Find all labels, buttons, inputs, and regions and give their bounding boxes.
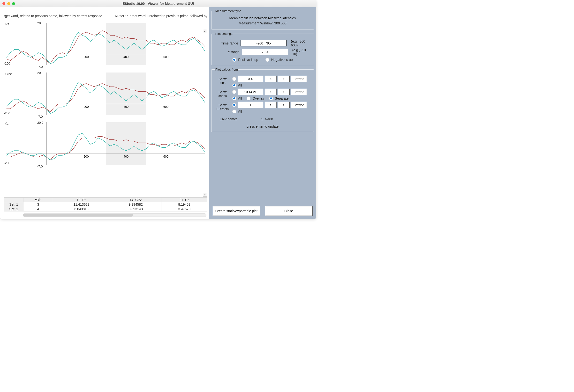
plot-values-group: Plot values from Show bins < > Browse (211, 68, 314, 132)
svg-text:600: 600 (163, 56, 168, 59)
ymax-label: 20.0 (37, 71, 43, 75)
erpsets-prev-button[interactable]: < (265, 102, 276, 108)
table-col-pz: 13. Pz (53, 198, 110, 202)
chans-prev-button[interactable]: < (265, 89, 276, 95)
close-button[interactable]: Close (265, 206, 312, 216)
bins-browse-button[interactable]: Browse (291, 76, 307, 82)
show-erpsets-label: Show ERPsets (215, 102, 230, 111)
radio-dot-icon (266, 58, 269, 62)
window-close-button[interactable] (2, 2, 5, 5)
scrollbar-thumb[interactable] (23, 214, 133, 217)
cell-bin: 4 (23, 207, 53, 211)
press-enter-hint: press enter to update (215, 125, 310, 128)
row-set: Set: 1 (4, 202, 23, 207)
channel-label: CPz (5, 72, 12, 76)
chans-overlay-label: Overlay (252, 96, 264, 100)
plots-area: ▴ ▾ Pz20.0-7.0-200200400600CPz20.0-7.0-2… (4, 19, 207, 197)
chans-browse-button[interactable]: Browse (291, 89, 307, 95)
radio-dot-icon (232, 103, 236, 107)
radio-dot-icon (232, 110, 236, 113)
radio-dot-icon (246, 96, 250, 100)
ymin-label: -7.0 (37, 165, 42, 168)
erpsets-all-label: All (238, 110, 242, 113)
radio-dot-icon (269, 96, 273, 100)
legend-series2-text: ERPset 1:Target word, unrelated to previ… (113, 14, 207, 18)
xmin-label: -200 (4, 62, 10, 65)
cell-cz: 3.47570 (162, 207, 207, 211)
svg-text:600: 600 (163, 155, 168, 159)
bins-specific-radio[interactable] (232, 77, 236, 81)
controls-pane: Measurement type Mean amplitude between … (209, 7, 316, 219)
erp-plot-cz[interactable]: Cz20.0-7.0-200200400600 (4, 120, 207, 169)
bins-all-radio[interactable]: All (232, 83, 242, 87)
chans-next-button[interactable]: > (278, 89, 289, 95)
measurement-type-line1: Mean amplitude between two fixed latenci… (215, 16, 310, 21)
chans-input[interactable] (238, 89, 263, 95)
chans-separate-radio[interactable]: Separate (269, 96, 289, 100)
positive-up-label: Positive is up (238, 58, 258, 62)
time-range-hint: (e.g., 300 600) (291, 39, 310, 47)
measurement-type-group: Measurement type Mean amplitude between … (211, 9, 314, 30)
time-range-label: Time range (215, 41, 238, 45)
channel-label: Pz (5, 22, 9, 26)
titlebar: EStudio 10.00 - Viewer for Measurement G… (0, 0, 316, 7)
cell-cpz: 3.893148 (110, 207, 162, 211)
y-range-hint: (e.g., -10 10) (292, 48, 310, 56)
table-col-cpz: 14. CPz (110, 198, 162, 202)
chans-all-label: All (238, 96, 242, 100)
table-row[interactable]: Set: 1311.4136239.2945828.19453 (4, 202, 207, 207)
time-range-input[interactable] (241, 40, 287, 46)
measurement-type-line2: Measurement Window: 300 500 (215, 21, 310, 26)
bins-prev-button[interactable]: < (265, 76, 276, 82)
radio-dot-icon (232, 77, 236, 81)
show-bins-label: Show bins (215, 76, 230, 85)
chans-separate-label: Separate (275, 96, 289, 100)
erpsets-all-radio[interactable]: All (232, 110, 242, 113)
show-chans-label: Show chans (215, 89, 230, 98)
table-row[interactable]: Set: 146.0438183.8931483.47570 (4, 207, 207, 211)
svg-text:400: 400 (123, 105, 128, 109)
cell-pz: 6.043818 (53, 207, 110, 211)
ymin-label: -7.0 (37, 65, 42, 69)
window-title: EStudio 10.00 - Viewer for Measurement G… (0, 2, 316, 6)
erp-plot-pz[interactable]: Pz20.0-7.0-200200400600 (4, 21, 207, 69)
table-header-row: #Bin 13. Pz 14. CPz 21. Cz (4, 198, 207, 202)
plot-legend: rget word, related to previous prime, fo… (4, 10, 207, 19)
svg-rect-18 (106, 122, 146, 165)
results-table-wrap: #Bin 13. Pz 14. CPz 21. Cz Set: 1311.413… (4, 197, 207, 217)
negative-up-label: Negative is up (271, 58, 293, 62)
window-minimize-button[interactable] (7, 2, 10, 5)
radio-dot-icon (232, 83, 236, 87)
erpsets-browse-button[interactable]: Browse (291, 102, 307, 108)
cell-cz: 8.19453 (162, 202, 207, 207)
ymax-label: 20.0 (37, 21, 43, 25)
bins-all-label: All (238, 83, 242, 87)
results-table: #Bin 13. Pz 14. CPz 21. Cz Set: 1311.413… (4, 197, 207, 211)
erp-plot-cpz[interactable]: CPz20.0-7.0-200200400600 (4, 71, 207, 119)
window-zoom-button[interactable] (12, 2, 15, 5)
create-plot-button[interactable]: Create static/exportable plot (213, 206, 260, 216)
cell-cpz: 9.294582 (110, 202, 162, 207)
svg-text:400: 400 (123, 155, 128, 159)
chans-specific-radio[interactable] (232, 90, 236, 94)
negative-up-radio[interactable]: Negative is up (266, 58, 293, 62)
scroll-down-icon[interactable]: ▾ (203, 193, 207, 197)
erp-name-label: ERP name: (220, 117, 237, 121)
channel-label: Cz (5, 122, 9, 126)
table-horizontal-scrollbar[interactable] (23, 213, 206, 217)
y-range-input[interactable] (242, 49, 288, 55)
table-col-empty (4, 198, 23, 202)
bins-next-button[interactable]: > (278, 76, 289, 82)
erpsets-next-button[interactable]: > (278, 102, 289, 108)
chans-all-radio[interactable]: All (232, 96, 242, 100)
chans-overlay-radio[interactable]: Overlay (246, 96, 264, 100)
radio-dot-icon (232, 90, 236, 94)
row-set: Set: 1 (4, 207, 23, 211)
erpsets-specific-radio[interactable] (232, 103, 236, 107)
legend-series1-text: rget word, related to previous prime, fo… (4, 14, 102, 18)
bins-input[interactable] (238, 76, 263, 82)
positive-up-radio[interactable]: Positive is up (232, 58, 258, 62)
table-col-cz: 21. Cz (162, 198, 207, 202)
erpsets-input[interactable] (238, 102, 263, 108)
table-col-bin: #Bin (23, 198, 53, 202)
